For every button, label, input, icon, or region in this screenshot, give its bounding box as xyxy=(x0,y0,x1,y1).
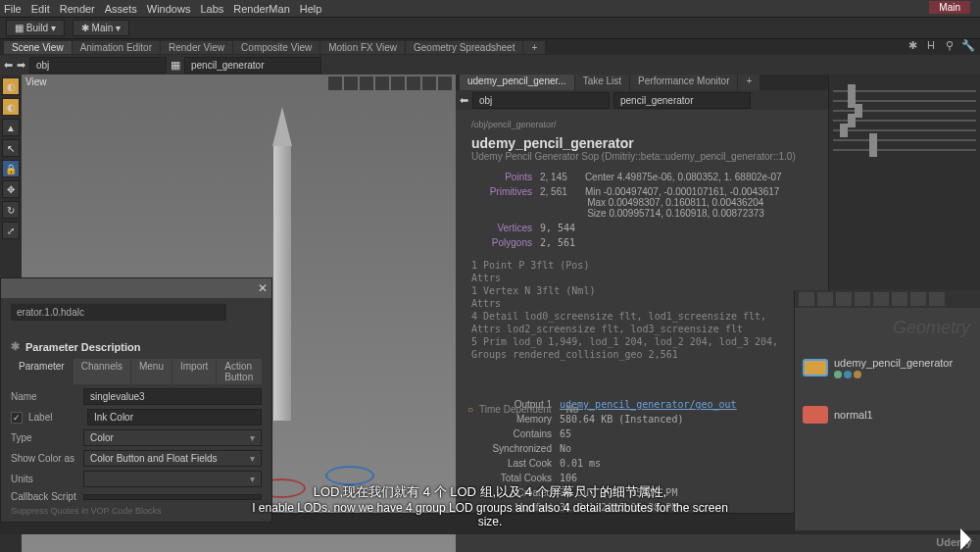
time-dependent-row: Time Dependent No xyxy=(467,404,579,415)
ptab-menu[interactable]: Menu xyxy=(131,359,172,384)
pane-tabs-left: Scene View Animation Editor Render View … xyxy=(0,39,980,55)
vopt-4[interactable] xyxy=(375,76,389,90)
maximize-icon[interactable]: H xyxy=(923,39,939,55)
suppress-label: Suppress Quotes in VOP Code Blocks xyxy=(11,506,262,516)
viewport-option-icons xyxy=(328,76,452,90)
param-tabs: Parameter Channels Menu Import Action Bu… xyxy=(11,359,262,384)
tab-perfmon[interactable]: Performance Monitor xyxy=(630,75,737,90)
sync-icon[interactable]: ✱ xyxy=(905,39,920,55)
channel-sliders xyxy=(828,75,980,290)
close-icon[interactable]: ✕ xyxy=(258,281,268,295)
tab-render-view[interactable]: Render View xyxy=(161,41,232,54)
showcolor-dropdown[interactable]: Color Button and Float Fields xyxy=(83,450,262,467)
vopt-2[interactable] xyxy=(344,76,358,90)
label-field[interactable]: Ink Color xyxy=(87,409,262,426)
nettool-3[interactable] xyxy=(836,292,852,306)
viewport-label: View xyxy=(25,76,47,87)
ptab-action[interactable]: Action Button xyxy=(217,359,262,384)
vopt-6[interactable] xyxy=(407,76,420,90)
slider-5[interactable] xyxy=(833,129,976,131)
build-dropdown[interactable]: ▦ Build ▾ xyxy=(6,20,65,36)
node-icon-generator xyxy=(803,359,828,376)
main-dropdown[interactable]: ✱ Main ▾ xyxy=(73,20,129,36)
slider-4[interactable] xyxy=(833,120,976,122)
label-checkbox[interactable] xyxy=(11,412,23,424)
ptab-import[interactable]: Import xyxy=(172,359,216,384)
network-context-label: Geometry xyxy=(893,318,970,338)
tab-add-right[interactable]: + xyxy=(738,75,760,90)
lbl-points: Points xyxy=(471,172,540,182)
pin-icon[interactable]: ⚲ xyxy=(942,39,957,55)
tab-add[interactable]: + xyxy=(523,41,545,54)
hda-path-field[interactable]: erator.1.0.hdalc xyxy=(11,304,226,321)
node-icon-normal xyxy=(803,406,828,424)
scale-tool-icon[interactable]: ⤢ xyxy=(2,222,20,239)
vopt-7[interactable] xyxy=(422,76,436,90)
slider-1[interactable] xyxy=(833,90,976,92)
tab-scene-view[interactable]: Scene View xyxy=(4,41,72,54)
arrow-tool-icon[interactable]: ↖ xyxy=(2,139,20,157)
tab-take-list[interactable]: Take List xyxy=(575,75,629,90)
lbl-prims: Primitives xyxy=(471,186,540,219)
light-tool-icon[interactable]: ◐ xyxy=(2,77,20,95)
nettool-6[interactable] xyxy=(892,292,907,306)
path-node-2[interactable]: pencil_generator xyxy=(613,92,751,109)
nettool-1[interactable] xyxy=(799,292,814,306)
slider-7[interactable] xyxy=(833,149,976,151)
path-obj[interactable]: obj xyxy=(29,57,167,74)
slider-6[interactable] xyxy=(833,139,976,141)
menu-labs[interactable]: Labs xyxy=(200,3,223,15)
tab-geo-spreadsheet[interactable]: Geometry Spreadsheet xyxy=(406,41,522,54)
nettool-8[interactable] xyxy=(929,292,945,306)
nettool-7[interactable] xyxy=(910,292,926,306)
menu-render[interactable]: Render xyxy=(60,3,95,15)
nav-back-icon[interactable]: ⬅ xyxy=(4,59,13,72)
wrench-icon[interactable]: 🔧 xyxy=(960,39,976,55)
network-toolbar xyxy=(795,290,980,308)
menu-help[interactable]: Help xyxy=(300,3,322,15)
path-node[interactable]: pencil_generator xyxy=(184,57,321,74)
path-node-icon[interactable]: ▦ xyxy=(171,59,180,72)
tab-node-info[interactable]: udemy_pencil_gener... xyxy=(460,75,574,90)
nav-back2-icon[interactable]: ⬅ xyxy=(460,94,468,107)
units-dropdown[interactable] xyxy=(83,471,262,487)
callback-field[interactable] xyxy=(83,494,262,500)
tab-anim-editor[interactable]: Animation Editor xyxy=(73,41,160,54)
path-obj-2[interactable]: obj xyxy=(472,92,610,109)
lbl-polys: Polygons xyxy=(471,237,540,248)
camera-tool-icon[interactable]: ◐ xyxy=(2,98,20,116)
menu-renderman[interactable]: RenderMan xyxy=(233,3,289,15)
nettool-5[interactable] xyxy=(873,292,889,306)
menu-assets[interactable]: Assets xyxy=(105,3,137,15)
name-field[interactable]: singlevalue3 xyxy=(83,388,262,405)
video-subtitle: LOD,现在我们就有 4 个 LOD 组,以及 4 个屏幕尺寸的细节属性, I … xyxy=(245,483,735,528)
slider-2[interactable] xyxy=(833,100,976,102)
vopt-8[interactable] xyxy=(438,76,452,90)
vopt-1[interactable] xyxy=(328,76,342,90)
lbl-verts: Vertices xyxy=(471,223,540,233)
menu-edit[interactable]: Edit xyxy=(31,3,50,15)
construction-ring-2 xyxy=(325,466,374,485)
nav-fwd-icon[interactable]: ➡ xyxy=(17,59,25,72)
vopt-5[interactable] xyxy=(391,76,405,90)
nettool-4[interactable] xyxy=(855,292,870,306)
move-tool-icon[interactable]: ✥ xyxy=(2,180,20,198)
pencil-geometry xyxy=(273,146,291,421)
tab-motionfx[interactable]: Motion FX View xyxy=(320,41,405,54)
slider-3[interactable] xyxy=(833,110,976,112)
menu-windows[interactable]: Windows xyxy=(147,3,191,15)
rotate-tool-icon[interactable]: ↻ xyxy=(2,201,20,219)
nettool-2[interactable] xyxy=(817,292,833,306)
tab-composite[interactable]: Composite View xyxy=(233,41,319,54)
network-view[interactable]: Geometry udemy_pencil_generator normal1 xyxy=(795,308,980,530)
lock-tool-icon[interactable]: 🔒 xyxy=(2,160,20,177)
node-udemy-pencil-generator[interactable]: udemy_pencil_generator xyxy=(803,357,953,378)
ptab-parameter[interactable]: Parameter xyxy=(11,359,73,384)
menu-file[interactable]: File xyxy=(4,3,22,15)
vopt-3[interactable] xyxy=(360,76,373,90)
main-menubar: File Edit Render Assets Windows Labs Ren… xyxy=(0,0,980,18)
ptab-channels[interactable]: Channels xyxy=(74,359,130,384)
node-normal1[interactable]: normal1 xyxy=(803,406,873,424)
select-tool-icon[interactable]: ▲ xyxy=(2,119,20,136)
type-dropdown[interactable]: Color xyxy=(83,429,262,446)
